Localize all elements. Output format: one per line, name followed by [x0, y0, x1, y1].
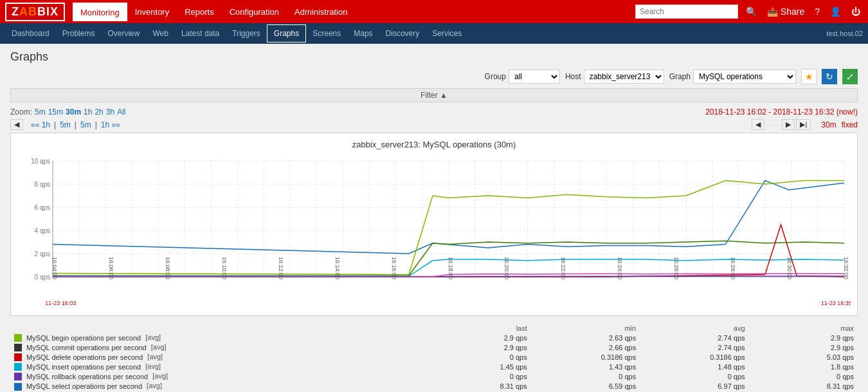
host-control: Host zabbix_server213 [565, 70, 664, 84]
tab-maps[interactable]: Maps [347, 25, 379, 42]
page-content: Graphs Group all Host zabbix_server213 G… [0, 44, 868, 392]
expand-button[interactable]: ⤢ [842, 69, 858, 84]
zoom-3h[interactable]: 3h [106, 107, 114, 117]
host-select[interactable]: zabbix_server213 [584, 70, 664, 84]
time-range: 2018-11-23 16:02 - 2018-11-23 16:32 (now… [705, 107, 858, 117]
logo[interactable]: ZABBIX [5, 3, 65, 21]
zoom-label: Zoom: [10, 107, 32, 117]
nav-right: ◀ · · · ▶ ▶| 30m fixed [752, 119, 858, 130]
tab-web[interactable]: Web [146, 25, 174, 42]
hostname-label: test.host.02 [826, 30, 863, 37]
graph-title: zabbix_server213: MySQL operations (30m) [17, 140, 851, 149]
prev-button[interactable]: ◀ [10, 119, 23, 130]
legend-min: 2.66 qps [531, 342, 640, 352]
prev-page-button[interactable]: ◀ [752, 119, 764, 130]
tab-graphs[interactable]: Graphs [267, 24, 306, 42]
legend-row: MySQL insert operations per second [avg]… [10, 362, 858, 371]
filter-bar[interactable]: Filter ▲ [10, 88, 858, 102]
time-end: 2018-11-23 16:32 [773, 107, 835, 117]
graph-area [17, 154, 851, 309]
share-icon[interactable]: 📤 Share [764, 4, 807, 19]
controls-bar: Group all Host zabbix_server213 Graph My… [10, 69, 858, 84]
col-header-max: max [749, 324, 858, 333]
page-title: Graphs [10, 50, 858, 64]
group-select[interactable]: all [509, 70, 560, 84]
nav-reports[interactable]: Reports [177, 3, 222, 21]
legend-min: 2.63 qps [531, 333, 640, 342]
legend-max: 5.03 qps [749, 352, 858, 362]
nav-arrows-row: ◀ «« 1h | 5m | 5m | 1h »» ◀ · · · ▶ ▶| 3… [10, 119, 858, 130]
legend-min: 0.3186 qps [531, 352, 640, 362]
tab-screens[interactable]: Screens [306, 25, 347, 42]
nav-fwd-5m[interactable]: 5m [80, 120, 91, 129]
user-icon[interactable]: 👤 [827, 4, 844, 19]
star-button[interactable]: ★ [801, 69, 817, 84]
nav-inventory[interactable]: Inventory [127, 3, 177, 21]
refresh-button[interactable]: ↻ [822, 69, 837, 84]
legend-item: MySQL delete operations per second [avg] [10, 352, 422, 362]
graph-label: Graph [669, 72, 691, 81]
zoom-30m[interactable]: 30m [66, 107, 81, 117]
col-header-last: last [422, 324, 530, 333]
legend-item: MySQL commit operations per second [avg] [10, 342, 422, 352]
graph-select[interactable]: MySQL operations [693, 70, 796, 84]
top-nav-right: 🔍 📤 Share ? 👤 ⏻ [635, 4, 863, 19]
legend-avg: 0.3186 qps [640, 352, 748, 362]
nav-fwd-1h[interactable]: 1h »» [101, 120, 120, 129]
nav-back-5m[interactable]: 5m [60, 120, 71, 129]
last-page-button[interactable]: ▶| [796, 119, 811, 130]
duration-label: 30m [821, 120, 836, 129]
legend-avg: 6.97 qps [640, 381, 748, 391]
tab-problems[interactable]: Problems [56, 25, 102, 42]
legend-last: 1.45 qps [422, 362, 530, 371]
nav-back-1h[interactable]: «« 1h [31, 120, 50, 129]
tab-latest-data[interactable]: Latest data [175, 25, 226, 42]
next-page-button[interactable]: ▶ [782, 119, 795, 130]
legend-min: 6.59 qps [531, 381, 640, 391]
zoom-15m[interactable]: 15m [48, 107, 63, 117]
zoom-1h[interactable]: 1h [84, 107, 92, 117]
group-control: Group all [485, 70, 560, 84]
col-header-min: min [531, 324, 640, 333]
second-nav: Dashboard Problems Overview Web Latest d… [0, 23, 868, 44]
tab-dashboard[interactable]: Dashboard [5, 25, 56, 42]
legend-avg: 1.48 qps [640, 362, 748, 371]
power-icon[interactable]: ⏻ [849, 4, 863, 19]
help-icon[interactable]: ? [812, 4, 822, 19]
legend-item: MySQL begin operations per second [avg] [10, 333, 422, 342]
zoom-2h[interactable]: 2h [95, 107, 103, 117]
tab-services[interactable]: Services [426, 25, 468, 42]
legend-table: last min avg max MySQL begin operations … [10, 324, 858, 392]
legend-avg: 2.74 qps [640, 342, 748, 352]
nav-monitoring[interactable]: Monitoring [73, 3, 127, 21]
legend-min: 1.43 qps [531, 362, 640, 371]
nav-configuration[interactable]: Configuration [222, 3, 287, 21]
zoom-5m[interactable]: 5m [35, 107, 46, 117]
legend-last: 0 qps [422, 352, 530, 362]
tab-overview[interactable]: Overview [101, 25, 146, 42]
time-sep: - [768, 107, 773, 117]
zoom-all[interactable]: All [117, 107, 125, 117]
legend-item: MySQL rollback operations per second [av… [10, 371, 422, 381]
top-nav: ZABBIX Monitoring Inventory Reports Conf… [0, 0, 868, 23]
legend-row: MySQL begin operations per second [avg] … [10, 333, 858, 342]
graph-control: Graph MySQL operations [669, 70, 796, 84]
legend-item: MySQL insert operations per second [avg] [10, 362, 422, 371]
search-input[interactable] [635, 5, 738, 19]
tab-discovery[interactable]: Discovery [379, 25, 426, 42]
legend-last: 8.31 qps [422, 381, 530, 391]
legend-row: MySQL delete operations per second [avg]… [10, 352, 858, 362]
top-nav-items: Monitoring Inventory Reports Configurati… [73, 3, 635, 21]
graph-container: zabbix_server213: MySQL operations (30m) [10, 133, 858, 316]
fixed-label: fixed [842, 120, 858, 129]
legend-min: 0 qps [531, 371, 640, 381]
legend-avg: 2.74 qps [640, 333, 748, 342]
legend-row: MySQL select operations per second [avg]… [10, 381, 858, 391]
nav-administration[interactable]: Administration [287, 3, 355, 21]
legend-last: 2.9 qps [422, 342, 530, 352]
legend-max: 2.9 qps [749, 342, 858, 352]
legend-max: 0 qps [749, 371, 858, 381]
search-icon[interactable]: 🔍 [743, 4, 759, 19]
zoom-section: Zoom: 5m 15m 30m 1h 2h 3h All [10, 107, 125, 117]
tab-triggers[interactable]: Triggers [226, 25, 267, 42]
